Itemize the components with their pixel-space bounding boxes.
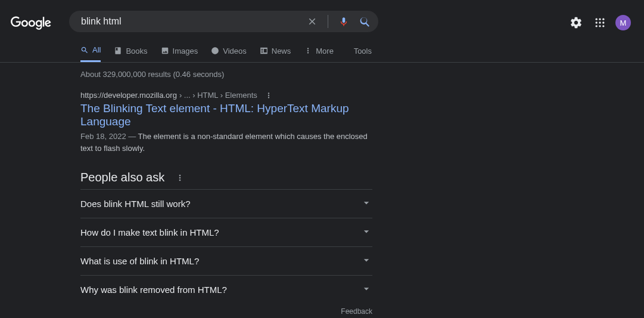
tab-images[interactable]: Images [161,47,198,61]
feedback-link[interactable]: Feedback [80,307,372,316]
svg-point-4 [599,21,601,23]
paa-menu-icon[interactable] [175,173,185,183]
tab-label: All [92,45,101,54]
breadcrumb[interactable]: https://developer.mozilla.org › ... › HT… [80,91,372,100]
paa-q-text: What is use of blink in HTML? [80,256,199,266]
result-stats: About 329,000,000 results (0.46 seconds) [80,70,453,79]
result-path: › ... › HTML › Elements [179,91,257,100]
more-icon [304,47,312,55]
videos-icon [211,47,219,55]
tab-all[interactable]: All [80,45,101,62]
tab-label: News [272,47,291,55]
news-icon [260,47,268,55]
paa-question[interactable]: Does blink HTML still work? [80,189,372,218]
result-menu-icon[interactable] [265,91,273,100]
paa-q-text: How do I make text blink in HTML? [80,227,219,237]
tab-videos[interactable]: Videos [211,47,247,61]
search-icon[interactable] [357,13,374,30]
svg-point-8 [602,25,604,27]
books-icon [114,47,122,55]
tab-more[interactable]: More [304,47,334,61]
paa-q-text: Why was blink removed from HTML? [80,285,227,295]
chevron-down-icon [360,197,372,211]
svg-point-1 [599,18,601,20]
clear-icon[interactable] [304,13,321,30]
voice-search-icon[interactable] [335,13,352,30]
svg-point-3 [596,21,598,23]
tab-news[interactable]: News [260,47,291,61]
result-title[interactable]: The Blinking Text element - HTML: HyperT… [80,102,372,128]
svg-point-5 [602,21,604,23]
chevron-down-icon [360,226,372,239]
people-also-ask-heading: People also ask [80,171,453,184]
paa-q-text: Does blink HTML still work? [80,199,191,209]
tab-label: More [316,47,334,55]
tools-button[interactable]: Tools [354,47,372,61]
paa-question[interactable]: Why was blink removed from HTML? [80,275,372,304]
chevron-down-icon [360,254,372,268]
result-domain: https://developer.mozilla.org [80,91,177,100]
apps-icon[interactable] [592,14,608,31]
search-tab-icon [80,46,89,54]
tab-books[interactable]: Books [114,47,147,61]
settings-icon[interactable] [568,14,584,31]
search-input[interactable] [81,16,304,27]
svg-point-0 [596,18,598,20]
google-logo[interactable] [11,16,51,33]
tools-label: Tools [354,47,372,55]
tab-label: Videos [223,47,247,55]
search-result: https://developer.mozilla.org › ... › HT… [80,91,372,154]
paa-title: People also ask [80,171,164,184]
divider [328,15,328,28]
result-snippet: Feb 18, 2022 — The element is a non-stan… [80,131,372,154]
svg-point-2 [602,18,604,20]
paa-question[interactable]: How do I make text blink in HTML? [80,218,372,246]
chevron-down-icon [360,283,372,297]
result-date: Feb 18, 2022 — [80,132,138,141]
svg-point-6 [596,25,598,27]
avatar-initial: M [620,18,627,27]
paa-question[interactable]: What is use of blink in HTML? [80,246,372,275]
images-icon [161,47,169,55]
tab-label: Images [173,47,198,55]
svg-point-7 [599,25,601,27]
avatar[interactable]: M [615,15,631,30]
search-bar[interactable] [69,11,378,32]
tab-label: Books [126,47,147,55]
